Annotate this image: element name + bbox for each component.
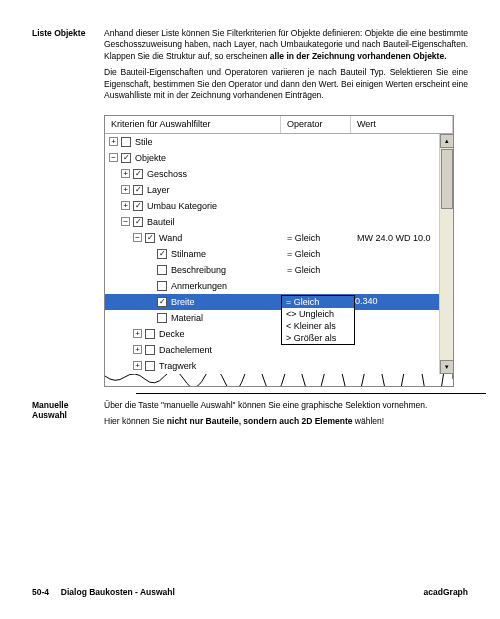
checkbox-decke[interactable]	[145, 329, 155, 339]
checkbox-tragwerk[interactable]	[145, 361, 155, 371]
expander-objekte[interactable]: −	[109, 153, 118, 162]
operator-dropdown-popup: = Gleich <> Ungleich < Kleiner als > Grö…	[281, 295, 355, 345]
expander-layer[interactable]: +	[121, 185, 130, 194]
footer-brand: acadGraph	[424, 587, 468, 597]
p2c: wählen!	[352, 416, 384, 426]
manuelle-auswahl-p2: Hier können Sie nicht nur Bauteile, sond…	[104, 416, 468, 427]
p2b-bold: nicht nur Bauteile, sondern auch 2D Elem…	[167, 416, 353, 426]
popup-opt-gleich[interactable]: = Gleich	[282, 296, 354, 308]
checkbox-breite[interactable]	[157, 297, 167, 307]
divider	[136, 393, 486, 394]
op-wand[interactable]: = Gleich	[287, 233, 320, 243]
section-title-liste-objekte: Liste Objekte	[32, 28, 104, 107]
node-objekte[interactable]: Objekte	[135, 153, 166, 163]
expander-stile[interactable]: +	[109, 137, 118, 146]
node-layer[interactable]: Layer	[147, 185, 170, 195]
p2a: Hier können Sie	[104, 416, 167, 426]
expander-decke[interactable]: +	[133, 329, 142, 338]
node-breite[interactable]: Breite	[171, 297, 195, 307]
expander-dachelement[interactable]: +	[133, 345, 142, 354]
op-stilname[interactable]: = Gleich	[287, 249, 320, 259]
node-material[interactable]: Material	[171, 313, 203, 323]
checkbox-material[interactable]	[157, 313, 167, 323]
expander-bauteil[interactable]: −	[121, 217, 130, 226]
p1-bold: alle in der Zeichnung vorhandenen Objekt…	[270, 51, 447, 61]
expander-tragwerk[interactable]: +	[133, 361, 142, 370]
manuelle-auswahl-p1: Über die Taste "manuelle Auswahl" können…	[104, 400, 468, 411]
checkbox-geschoss[interactable]	[133, 169, 143, 179]
node-anmerkungen[interactable]: Anmerkungen	[171, 281, 227, 291]
expander-geschoss[interactable]: +	[121, 169, 130, 178]
popup-opt-kleiner[interactable]: < Kleiner als	[282, 320, 354, 332]
node-tragwerk[interactable]: Tragwerk	[159, 361, 196, 371]
popup-opt-groesser[interactable]: > Größer als	[282, 332, 354, 344]
checkbox-objekte[interactable]	[121, 153, 131, 163]
node-wand[interactable]: Wand	[159, 233, 182, 243]
checkbox-dachelement[interactable]	[145, 345, 155, 355]
node-geschoss[interactable]: Geschoss	[147, 169, 187, 179]
scroll-down-icon[interactable]: ▾	[440, 360, 453, 374]
checkbox-bauteil[interactable]	[133, 217, 143, 227]
footer-page-number: 50-4	[32, 587, 49, 597]
scroll-up-icon[interactable]: ▴	[440, 134, 453, 148]
op-beschreibung[interactable]: = Gleich	[287, 265, 320, 275]
checkbox-anmerkungen[interactable]	[157, 281, 167, 291]
checkbox-layer[interactable]	[133, 185, 143, 195]
vertical-scrollbar[interactable]: ▴ ▾	[439, 134, 453, 374]
page-footer: 50-4 Dialog Baukosten - Auswahl acadGrap…	[32, 587, 468, 597]
node-decke[interactable]: Decke	[159, 329, 185, 339]
node-bauteil[interactable]: Bauteil	[147, 217, 175, 227]
node-beschreibung[interactable]: Beschreibung	[171, 265, 226, 275]
expander-wand[interactable]: −	[133, 233, 142, 242]
torn-edge-decoration	[105, 374, 453, 386]
liste-objekte-p2: Die Bauteil-Eigenschaften und Operatoren…	[104, 67, 468, 101]
expander-umbau[interactable]: +	[121, 201, 130, 210]
checkbox-umbau[interactable]	[133, 201, 143, 211]
embedded-screenshot: Kriterien für Auswahlfilter Operator Wer…	[104, 115, 454, 387]
node-umbau[interactable]: Umbau Kategorie	[147, 201, 217, 211]
tree-area: + Stile − Objekte + Geschoss +	[105, 134, 453, 374]
checkbox-wand[interactable]	[145, 233, 155, 243]
checkbox-stilname[interactable]	[157, 249, 167, 259]
node-dachelement[interactable]: Dachelement	[159, 345, 212, 355]
scrollbar-thumb[interactable]	[441, 149, 453, 209]
header-operator[interactable]: Operator	[281, 116, 351, 133]
checkbox-stile[interactable]	[121, 137, 131, 147]
node-stilname[interactable]: Stilname	[171, 249, 206, 259]
val-breite[interactable]: 0.340	[351, 294, 441, 310]
liste-objekte-p1: Anhand dieser Liste können Sie Filterkri…	[104, 28, 468, 62]
checkbox-beschreibung[interactable]	[157, 265, 167, 275]
val-wand[interactable]: MW 24.0 WD 10.0	[357, 233, 431, 243]
node-stile[interactable]: Stile	[135, 137, 153, 147]
section-title-manuelle-auswahl: Manuelle Auswahl	[32, 400, 104, 433]
header-wert[interactable]: Wert	[351, 116, 453, 133]
tree-header-row: Kriterien für Auswahlfilter Operator Wer…	[105, 116, 453, 134]
footer-title: Dialog Baukosten - Auswahl	[61, 587, 175, 597]
popup-opt-ungleich[interactable]: <> Ungleich	[282, 308, 354, 320]
header-kriterien[interactable]: Kriterien für Auswahlfilter	[105, 116, 281, 133]
